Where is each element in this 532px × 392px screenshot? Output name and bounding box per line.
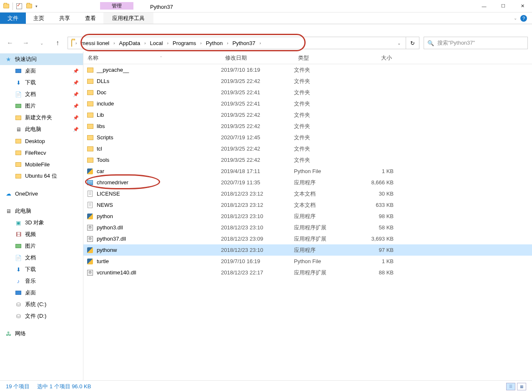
pin-icon: 📌: [73, 115, 79, 121]
breadcrumb-segment[interactable]: messi lionel: [78, 37, 112, 49]
sidebar-this-pc[interactable]: 🖥此电脑: [0, 205, 83, 217]
breadcrumb-segment[interactable]: Python37: [230, 37, 258, 49]
sidebar-item[interactable]: 桌面: [0, 287, 83, 299]
file-row[interactable]: DLLs2019/3/25 22:42文件夹: [83, 75, 532, 87]
file-row[interactable]: LICENSE2018/12/23 23:12文本文档30 KB: [83, 188, 532, 199]
chevron-right-icon[interactable]: ›: [258, 41, 262, 45]
qat-dropdown-icon[interactable]: ▾: [35, 4, 38, 8]
sidebar-item-label: 文档: [25, 254, 36, 261]
sidebar-item[interactable]: Ubuntu 64 位: [0, 170, 83, 182]
column-headers[interactable]: 名称 ˄ 修改日期 类型 大小: [83, 52, 532, 64]
sidebar-item-label: 图片: [25, 102, 36, 110]
maximize-button[interactable]: ☐: [494, 0, 513, 13]
chevron-right-icon[interactable]: ›: [143, 41, 147, 45]
sidebar-item[interactable]: ⬇下载: [0, 264, 83, 275]
help-icon[interactable]: ?: [520, 15, 527, 22]
sidebar-item[interactable]: ♪音乐: [0, 275, 83, 287]
file-name: Doc: [97, 89, 221, 95]
address-dropdown-icon[interactable]: ⌄: [394, 41, 404, 45]
file-row[interactable]: turtle2019/7/10 16:19Python File1 KB: [83, 256, 532, 267]
file-date: 2019/3/25 22:42: [221, 146, 294, 152]
pin-icon: 📌: [73, 80, 79, 85]
column-type[interactable]: 类型: [294, 54, 359, 62]
file-row[interactable]: car2019/4/18 17:11Python File1 KB: [83, 166, 532, 177]
sidebar-item[interactable]: ⛁系统 (C:): [0, 299, 83, 310]
sidebar-item[interactable]: 图片📌: [0, 100, 83, 112]
view-large-icons-button[interactable]: ▦: [517, 383, 526, 390]
file-type: 文件夹: [294, 100, 359, 108]
sidebar-item[interactable]: 桌面📌: [0, 65, 83, 77]
sidebar-item[interactable]: MobileFile: [0, 158, 83, 170]
properties-check-icon[interactable]: [15, 3, 23, 10]
file-row[interactable]: python37.dll2018/12/23 23:09应用程序扩展3,693 …: [83, 233, 532, 244]
sidebar-quick-access[interactable]: ★快速访问: [0, 53, 83, 65]
sidebar-item[interactable]: ▣3D 对象: [0, 217, 83, 229]
file-row[interactable]: tcl2019/3/25 22:42文件夹: [83, 143, 532, 154]
sidebar-item[interactable]: 🖥此电脑📌: [0, 123, 83, 135]
address-bar[interactable]: › messi lionel›AppData›Local›Programs›Py…: [68, 37, 406, 49]
file-row[interactable]: include2019/3/25 22:41文件夹: [83, 98, 532, 109]
sidebar-item[interactable]: 📄文档📌: [0, 88, 83, 100]
dll-icon: [86, 236, 94, 242]
file-row[interactable]: python2018/12/23 23:10应用程序98 KB: [83, 211, 532, 222]
back-button[interactable]: ←: [4, 37, 16, 49]
sidebar-item[interactable]: FileRecv: [0, 147, 83, 158]
refresh-button[interactable]: ↻: [406, 37, 419, 49]
sidebar-item[interactable]: 新建文件夹📌: [0, 112, 83, 123]
file-type: 文本文档: [294, 190, 359, 198]
file-row[interactable]: __pycache__2019/7/10 16:19文件夹: [83, 64, 532, 75]
minimize-button[interactable]: ―: [474, 0, 494, 13]
file-name: Tools: [97, 157, 221, 163]
breadcrumb-segment[interactable]: AppData: [117, 37, 143, 49]
sidebar-item[interactable]: 📄文档: [0, 252, 83, 264]
tab-view[interactable]: 查看: [78, 13, 103, 24]
chevron-right-icon[interactable]: ›: [198, 41, 203, 45]
chevron-right-icon[interactable]: ›: [112, 41, 116, 45]
sidebar-network[interactable]: 🖧网络: [0, 328, 83, 339]
column-name[interactable]: 名称: [88, 54, 98, 62]
column-date[interactable]: 修改日期: [221, 54, 294, 62]
sidebar-item[interactable]: 图片: [0, 240, 83, 252]
column-size[interactable]: 大小: [359, 54, 396, 62]
up-button[interactable]: ↑: [52, 37, 63, 49]
breadcrumb-segment[interactable]: Python: [203, 37, 225, 49]
pc-icon: 🖥: [15, 126, 22, 133]
sidebar-item[interactable]: Desktop: [0, 135, 83, 147]
search-input[interactable]: 🔍 搜索"Python37": [424, 37, 528, 49]
tab-app-tools[interactable]: 应用程序工具: [103, 13, 153, 24]
breadcrumb-segment[interactable]: Programs: [170, 37, 198, 49]
breadcrumb-segment[interactable]: Local: [148, 37, 166, 49]
file-row[interactable]: vcruntime140.dll2018/12/23 22:17应用程序扩展88…: [83, 267, 532, 278]
tab-home[interactable]: 主页: [26, 13, 52, 24]
sidebar-item[interactable]: 🎞视频: [0, 229, 83, 240]
file-row[interactable]: python3.dll2018/12/23 23:10应用程序扩展58 KB: [83, 222, 532, 233]
chevron-right-icon[interactable]: ›: [225, 41, 230, 45]
sidebar-onedrive[interactable]: ☁OneDrive: [0, 188, 83, 199]
recent-dropdown-icon[interactable]: ⌄: [36, 37, 48, 49]
file-row[interactable]: chromedriver2020/7/19 11:35应用程序8,666 KB: [83, 177, 532, 188]
folder-icon: [86, 79, 94, 84]
file-row[interactable]: pythonw2018/12/23 23:10应用程序97 KB: [83, 244, 532, 256]
forward-button[interactable]: →: [20, 37, 32, 49]
ribbon-expand-icon[interactable]: ⌄: [514, 16, 517, 20]
file-row[interactable]: Tools2019/3/25 22:42文件夹: [83, 154, 532, 166]
folder-icon: [86, 135, 94, 140]
new-folder-icon[interactable]: [25, 3, 33, 10]
folder-icon: [15, 149, 22, 156]
sidebar-item[interactable]: ⛁文件 (D:): [0, 310, 83, 322]
file-name: DLLs: [97, 78, 221, 84]
view-details-button[interactable]: ☰: [506, 383, 515, 390]
close-button[interactable]: ✕: [513, 0, 532, 13]
tab-share[interactable]: 共享: [52, 13, 78, 24]
file-row[interactable]: NEWS2018/12/23 23:12文本文档633 KB: [83, 199, 532, 211]
file-row[interactable]: Doc2019/3/25 22:41文件夹: [83, 87, 532, 98]
file-row[interactable]: Scripts2020/7/19 12:45文件夹: [83, 132, 532, 143]
chevron-right-icon[interactable]: ›: [74, 41, 78, 45]
sidebar-item[interactable]: ⬇下载📌: [0, 77, 83, 88]
file-date: 2019/3/25 22:42: [221, 112, 294, 118]
folder-icon: [3, 3, 10, 10]
file-row[interactable]: libs2019/3/25 22:42文件夹: [83, 121, 532, 132]
file-row[interactable]: Lib2019/3/25 22:42文件夹: [83, 109, 532, 121]
tab-file[interactable]: 文件: [0, 13, 26, 24]
chevron-right-icon[interactable]: ›: [166, 41, 170, 45]
